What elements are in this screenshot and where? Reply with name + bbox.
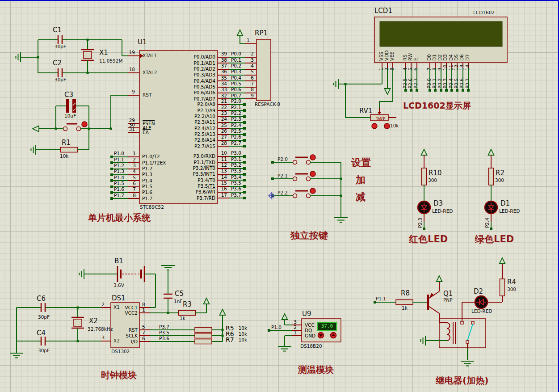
u1-p0-pin-names: P0.0/AD0P0.1/AD1P0.2/AD2P0.3/AD3P0.4/AD4… [147,54,215,102]
crystal-x2 [71,317,84,328]
ds1-pin3-num: 3 [97,335,105,341]
resistor-r2 [489,168,494,185]
u1-ref: U1 [138,38,147,46]
c4-ref: C4 [37,329,46,337]
resistor-r4 [500,279,505,296]
r3-ref: R3 [183,301,192,308]
lcd-ctrl-pin-names: RSRWE [403,46,420,61]
relay-net-label: P1.1 [376,296,386,302]
c3-value: 10uF [64,114,76,119]
c5-ref: C5 [175,290,184,298]
capacitor-c3 [66,99,69,113]
rp1-pin1-num: 1 [247,38,250,43]
r10-value: 300 [428,178,437,183]
d3-ref: D3 [433,200,443,207]
title-green-led: 绿色LED [475,234,514,244]
u1-p3-net-labels: P3.0P3.1P3.2P3.3P3.4P3.5P3.6P3.7 [231,150,241,198]
temp-reading: 37.0 [318,324,336,329]
title-keys: 独立按键 [290,231,328,241]
d3-part: LED-RED [432,209,453,214]
capacitor-c6 [41,303,45,312]
crystal-reset-circuit [16,35,140,155]
c6-ref: C6 [37,295,46,303]
lcd-ctrl-pin-numbers: 456 [403,63,420,71]
u9-part: DS18B20 [300,344,322,349]
label-dec: 减 [356,192,366,202]
relay-switch-blade [467,324,473,341]
rv1-ref: RV1 [359,107,372,115]
respack-rp1 [237,30,271,101]
relay-coil [447,323,450,341]
u1-p3-pin-numbers: 1011121314151617 [219,150,227,198]
u1-p1-net-labels: P1.0P1.1P1.2P1.3P1.4P1.5P1.6P1.7 [114,151,124,198]
u9-pin-numbers: 321 [290,319,297,335]
crystal-x1 [81,50,94,60]
u1-p2-net-labels: P2.0P2.1P2.2P2.3P2.4P2.5P2.6P2.7 [231,98,241,146]
resistor-r7 [195,339,212,344]
schematic-graphics [0,0,559,392]
key1-net-label: P2.0 [277,157,288,162]
r3-value: 1k [180,316,185,321]
ds1-bot-pin-names: RSTSCLKI/O [115,327,138,345]
capacitor-c1 [58,35,62,44]
c5-value: 1nF [174,299,182,304]
rp1-part: RESPACK-8 [255,102,280,107]
pull-resistor-labels: R510kR610kR710k [226,325,247,343]
lcd-data-net-labels: P0.0P0.1P0.2P0.3P0.4P0.5P0.6P0.7 [427,71,471,89]
r1-value: 10k [60,154,68,159]
c1-value: 30pF [55,44,66,50]
label-set: 设置 [351,157,371,168]
rv1-decrease-button[interactable] [372,123,377,129]
label-inc: 加 [356,175,366,185]
lcd-power-pin-numbers: 123 [379,63,396,71]
u1-pin19-num: 19 [126,50,135,55]
rp1-ref: RP1 [255,30,268,37]
b1-ref: B1 [114,257,123,265]
x1-ref: X1 [99,49,108,57]
title-clock: 时钟模块 [101,370,137,380]
u1-pin9-num: 9 [126,89,135,95]
lcd-data-pin-numbers: 7891011121314 [427,63,471,71]
d2-part: LED-RED [471,309,492,314]
d1-net-label: P2.4 [485,210,491,228]
q1-part: PNP [443,298,453,303]
lcd-part: LCD1602 [473,10,495,16]
title-lcd: LCD1602显示屏 [403,101,471,110]
u1-part: STC89C52 [140,205,164,210]
ds1-top-pin-names: VCC1VCC2 [115,305,138,316]
resistor-r5 [195,328,212,333]
ds1-part: DS1302 [111,349,130,354]
ds1-top-pin-numbers: 81 [142,302,149,312]
rv1-percent: 48% [374,115,385,120]
c2-ref: C2 [53,59,62,67]
lcd-screen [380,21,502,46]
rv1-value: 10k [390,123,399,129]
resistor-r6 [195,333,212,338]
ds1-net-labels: P3.7P3.5P3.6 [159,324,169,341]
d1-ref: D1 [500,200,510,207]
b1-value: 3.6V [113,283,124,288]
cursor-marker-icon [268,192,275,199]
resistor-r8 [396,300,413,305]
c3-ref: C3 [64,91,73,99]
title-mcu: 单片机最小系统 [88,213,151,223]
led-d2 [475,296,488,308]
ds1-bot-pin-numbers: 576 [142,324,149,341]
u1-p0-pin-numbers: 3938373635343332 [219,51,227,99]
c4-value: 30pF [38,348,50,354]
u1-ctrl-pin-numbers: 293031 [126,118,135,131]
sheet-border-top [0,0,559,1]
rv1-increase-button[interactable] [384,123,390,129]
lcd-data-pin-names: D0D1D2D3D4D5D6D7 [427,46,471,61]
title-red-led: 红色LED [409,234,448,244]
key2-net-label: P2.1 [277,173,288,179]
reset-button-actuator[interactable] [82,122,87,127]
u9-net-label: P1.0 [271,325,282,330]
c6-value: 30pF [38,315,50,320]
lcd-ctrl-net-labels: P2.5P2.6P2.7 [403,71,420,89]
u1-p3-pin-names: P3.0/RXDP3.1/TXDP3.2/INT0P3.3/INT1P3.4/T… [147,153,215,201]
potentiometer-rv1 [345,84,396,129]
schematic-sheet: C1 30pF C2 30pF X1 11.0592M C3 10uF R1 1… [0,0,559,392]
r4-value: 300 [507,287,516,292]
r2-value: 300 [495,178,504,183]
